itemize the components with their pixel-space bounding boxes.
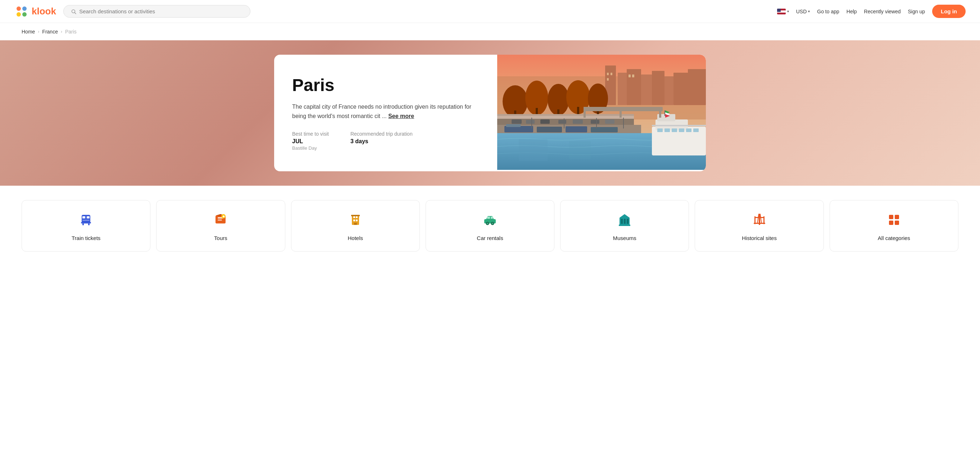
category-card-hotels[interactable]: Hotels [291, 200, 420, 252]
tours-icon: ★ [211, 210, 230, 229]
currency-label: USD [796, 9, 807, 14]
car-rentals-icon [480, 210, 500, 229]
svg-rect-40 [605, 120, 614, 124]
best-time-label: Best time to visit [292, 131, 329, 137]
svg-rect-18 [607, 78, 609, 81]
trip-duration-value: 3 days [350, 138, 413, 145]
goto-app-link[interactable]: Go to app [817, 9, 839, 14]
svg-rect-65 [584, 107, 586, 118]
svg-rect-66 [619, 107, 622, 118]
svg-rect-94 [491, 217, 493, 219]
svg-rect-15 [688, 69, 706, 105]
language-chevron-icon: ▾ [787, 10, 789, 13]
svg-rect-12 [652, 71, 665, 105]
category-label-train-tickets: Train tickets [72, 235, 100, 241]
svg-rect-93 [487, 217, 490, 219]
categories-section: Train tickets ★ Tours Hotels Car rentals [0, 186, 980, 266]
svg-rect-13 [665, 76, 673, 105]
category-label-tours: Tours [214, 235, 228, 241]
currency-chevron-icon: ▾ [808, 10, 810, 13]
svg-rect-113 [895, 221, 899, 225]
header: klook ▾ USD ▾ Go to app Help Recently vi… [0, 0, 980, 23]
svg-rect-73 [83, 216, 85, 218]
svg-rect-54 [665, 129, 670, 132]
svg-rect-104 [619, 225, 630, 226]
svg-rect-82 [218, 220, 222, 221]
svg-point-3 [22, 12, 27, 16]
logo[interactable]: klook [14, 4, 56, 19]
svg-rect-102 [624, 219, 626, 224]
svg-rect-36 [540, 120, 550, 124]
recently-viewed-link[interactable]: Recently viewed [864, 9, 901, 14]
svg-rect-38 [573, 120, 583, 124]
city-title: Paris [292, 75, 479, 95]
svg-rect-44 [537, 127, 562, 132]
svg-rect-35 [526, 120, 535, 124]
svg-rect-14 [673, 73, 688, 105]
svg-rect-57 [686, 129, 692, 132]
svg-rect-20 [632, 75, 634, 77]
svg-rect-91 [351, 215, 360, 216]
category-card-tours[interactable]: ★ Tours [156, 200, 285, 252]
svg-rect-45 [566, 126, 587, 132]
svg-rect-67 [659, 107, 661, 118]
breadcrumb-sep-1: › [38, 29, 39, 34]
see-more-link[interactable]: See more [388, 113, 414, 119]
breadcrumb-home[interactable]: Home [22, 29, 35, 35]
historical-sites-icon [750, 210, 769, 229]
header-right: ▾ USD ▾ Go to app Help Recently viewed S… [777, 5, 966, 18]
hero-image [497, 55, 706, 171]
svg-rect-19 [628, 75, 631, 77]
category-label-car-rentals: Car rentals [477, 235, 503, 241]
svg-rect-9 [618, 73, 627, 105]
category-card-car-rentals[interactable]: Car rentals [426, 200, 554, 252]
category-card-historical-sites[interactable]: Historical sites [695, 200, 824, 252]
trip-duration-label: Recommended trip duration [350, 131, 413, 137]
category-card-train-tickets[interactable]: Train tickets [22, 200, 150, 252]
help-link[interactable]: Help [846, 9, 857, 14]
category-card-museums[interactable]: Museums [560, 200, 689, 252]
svg-point-1 [22, 6, 27, 11]
best-time-value: JUL [292, 138, 329, 145]
hotels-icon [346, 210, 365, 229]
category-label-museums: Museums [613, 235, 636, 241]
breadcrumb-france[interactable]: France [42, 29, 58, 35]
city-description: The capital city of France needs no intr… [292, 102, 479, 121]
svg-rect-46 [591, 127, 618, 132]
svg-rect-76 [81, 222, 91, 223]
svg-rect-109 [764, 216, 765, 224]
hero-info: Paris The capital city of France needs n… [274, 55, 497, 171]
signup-button[interactable]: Sign up [908, 9, 925, 14]
museums-icon [615, 210, 634, 229]
svg-text:★: ★ [222, 214, 226, 218]
svg-rect-72 [82, 215, 90, 223]
us-flag-icon [777, 9, 786, 14]
svg-rect-92 [484, 219, 496, 223]
svg-rect-63 [652, 125, 706, 126]
currency-selector[interactable]: USD ▾ [796, 9, 810, 14]
category-card-all-categories[interactable]: All categories [830, 200, 958, 252]
category-label-all-categories: All categories [878, 235, 910, 241]
login-button[interactable]: Log in [932, 5, 966, 18]
hero-meta: Best time to visit JUL Bastille Day Reco… [292, 131, 479, 151]
logo-text: klook [32, 6, 56, 17]
svg-rect-32 [497, 116, 634, 119]
svg-rect-11 [641, 75, 652, 105]
svg-rect-37 [558, 120, 566, 124]
svg-rect-59 [665, 110, 665, 116]
search-bar[interactable] [63, 5, 250, 18]
search-input[interactable] [79, 8, 243, 14]
language-selector[interactable]: ▾ [777, 9, 789, 14]
svg-rect-89 [356, 220, 358, 221]
svg-rect-75 [83, 220, 89, 221]
svg-rect-53 [657, 129, 663, 132]
svg-rect-101 [621, 219, 623, 224]
svg-rect-110 [889, 215, 893, 219]
categories-grid: Train tickets ★ Tours Hotels Car rentals [22, 200, 958, 252]
search-icon [71, 9, 76, 14]
svg-rect-88 [353, 220, 355, 221]
svg-rect-90 [354, 223, 357, 225]
svg-rect-16 [607, 73, 609, 75]
svg-rect-49 [569, 141, 591, 159]
svg-rect-77 [83, 223, 84, 225]
